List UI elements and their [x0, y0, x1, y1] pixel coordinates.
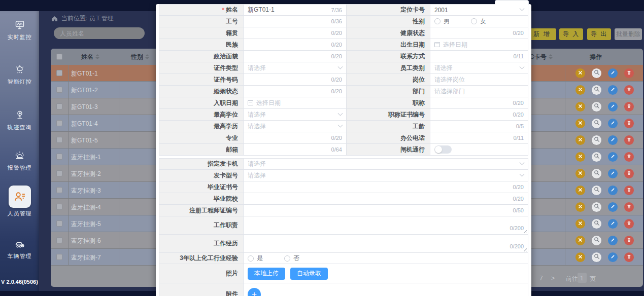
text-field[interactable]: 0/36 — [244, 16, 347, 27]
radio-circle-icon[interactable] — [248, 255, 254, 262]
radio-option[interactable]: 男 — [434, 17, 450, 26]
delete-button[interactable] — [624, 68, 634, 78]
gate-access-toggle[interactable] — [434, 145, 452, 154]
row-checkbox[interactable] — [56, 237, 62, 243]
card-action-button[interactable] — [575, 219, 585, 229]
sidebar-item-person[interactable]: 人员管理 — [0, 186, 39, 217]
card-action-button[interactable] — [575, 236, 585, 245]
edit-button[interactable] — [608, 236, 618, 245]
delete-button[interactable] — [624, 119, 634, 128]
text-field[interactable]: 0/20 — [244, 193, 528, 205]
edit-button[interactable] — [608, 85, 618, 95]
card-action-button[interactable] — [575, 102, 585, 112]
card-action-button[interactable] — [575, 85, 585, 95]
row-checkbox[interactable] — [56, 103, 62, 109]
select-field[interactable]: 请选择 — [244, 121, 347, 132]
delete-button[interactable] — [624, 152, 634, 162]
row-checkbox[interactable] — [56, 87, 62, 93]
view-button[interactable] — [592, 202, 601, 212]
view-button[interactable] — [592, 252, 601, 262]
row-checkbox[interactable] — [56, 187, 62, 193]
edit-button[interactable] — [608, 186, 618, 195]
text-field[interactable]: 请选择部门 — [430, 86, 528, 97]
delete-button[interactable] — [624, 135, 634, 145]
edit-button[interactable] — [608, 135, 618, 145]
select-field[interactable]: 请选择 — [244, 158, 528, 170]
local-upload-button[interactable]: 本地上传 — [248, 268, 285, 280]
textarea-field[interactable]: 0/200 — [244, 235, 528, 253]
add-attachment-button[interactable]: + — [248, 288, 261, 296]
view-button[interactable] — [592, 85, 601, 95]
text-field[interactable]: 0/20 — [244, 51, 347, 62]
view-button[interactable] — [592, 119, 601, 128]
column-header[interactable]: C卡号 — [530, 49, 553, 65]
view-button[interactable] — [592, 186, 601, 195]
card-action-button[interactable] — [575, 252, 585, 262]
next-page-button[interactable]: > — [551, 275, 555, 282]
radio-option[interactable]: 否 — [284, 254, 299, 263]
select-field[interactable]: 2001 — [430, 4, 528, 16]
delete-button[interactable] — [624, 169, 634, 178]
delete-button[interactable] — [624, 85, 634, 95]
page-number-7[interactable]: 7 — [539, 275, 543, 282]
edit-button[interactable] — [608, 169, 618, 178]
select-field[interactable]: 请选择 — [244, 109, 347, 121]
card-action-button[interactable] — [575, 119, 585, 128]
delete-button[interactable] — [624, 236, 634, 245]
row-checkbox[interactable] — [56, 254, 62, 260]
card-action-button[interactable] — [575, 152, 585, 162]
add-button[interactable]: 新 增 — [528, 28, 556, 40]
text-field[interactable]: 0/20 — [244, 27, 347, 39]
edit-button[interactable] — [608, 202, 618, 212]
row-checkbox[interactable] — [56, 204, 62, 210]
import-button[interactable]: 导 入 — [559, 28, 583, 40]
text-field[interactable]: 0/20 — [244, 132, 347, 144]
edit-button[interactable] — [608, 252, 618, 262]
sidebar-item-light[interactable]: 智能灯控 — [0, 63, 39, 86]
text-field[interactable]: 0/5 — [430, 121, 528, 132]
text-field[interactable]: 0/64 — [244, 144, 347, 156]
sort-carets-icon[interactable] — [145, 54, 149, 59]
text-field[interactable]: 新GT01-17/36 — [244, 4, 347, 16]
page-input-value[interactable]: 1 — [580, 275, 584, 282]
view-button[interactable] — [592, 102, 601, 112]
view-button[interactable] — [592, 152, 601, 162]
view-button[interactable] — [592, 135, 601, 145]
auto-capture-button[interactable]: 自动录取 — [290, 268, 328, 280]
view-button[interactable] — [592, 68, 601, 78]
text-field[interactable]: 0/20 — [244, 39, 347, 51]
select-field[interactable]: 请选择 — [244, 62, 347, 74]
text-field[interactable]: 0/50 — [244, 205, 528, 216]
row-checkbox[interactable] — [56, 137, 62, 143]
text-field[interactable]: 0/20 — [430, 109, 528, 121]
delete-button[interactable] — [624, 102, 634, 112]
text-field[interactable]: 请选择岗位 — [430, 74, 528, 86]
view-button[interactable] — [592, 169, 601, 178]
sort-carets-icon[interactable] — [549, 54, 553, 59]
text-field[interactable]: 0/20 — [244, 74, 347, 86]
edit-button[interactable] — [608, 119, 618, 128]
view-button[interactable] — [592, 219, 601, 229]
text-field[interactable]: 0/11 — [430, 132, 528, 144]
column-header[interactable]: 性别 — [131, 49, 149, 65]
row-checkbox[interactable] — [56, 120, 62, 126]
text-field[interactable]: 0/20 — [430, 27, 528, 39]
card-action-button[interactable] — [575, 169, 585, 178]
text-field[interactable]: 0/20 — [244, 181, 528, 193]
delete-button[interactable] — [624, 186, 634, 195]
text-field[interactable]: 0/20 — [430, 97, 528, 109]
select-field[interactable]: 请选择 — [430, 62, 528, 74]
sidebar-item-monitor[interactable]: 实时监控 — [0, 18, 39, 41]
delete-button[interactable] — [624, 202, 634, 212]
sort-carets-icon[interactable] — [95, 54, 99, 59]
radio-circle-icon[interactable] — [284, 255, 290, 262]
export-button[interactable]: 导 出 — [587, 28, 611, 40]
radio-circle-icon[interactable] — [434, 18, 440, 24]
edit-button[interactable] — [608, 219, 618, 229]
delete-button[interactable] — [624, 252, 634, 262]
row-checkbox[interactable] — [56, 170, 62, 176]
select-field[interactable]: 请选择 — [244, 170, 528, 181]
card-action-button[interactable] — [575, 202, 585, 212]
textarea-field[interactable]: 0/200 — [244, 216, 528, 235]
edit-button[interactable] — [608, 102, 618, 112]
